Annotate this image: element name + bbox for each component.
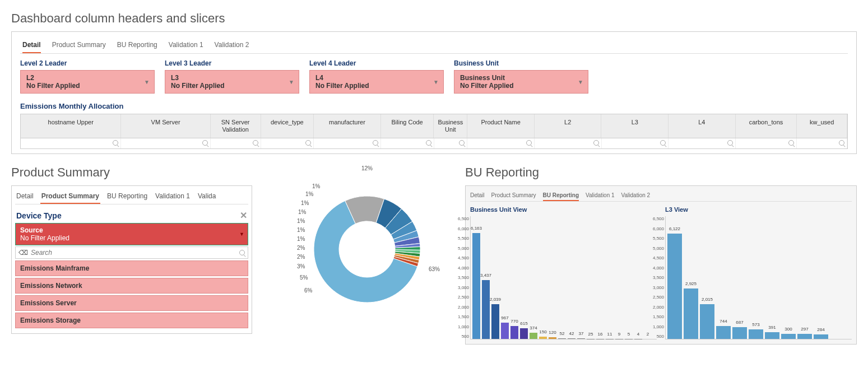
page-title: Dashboard column headers and slicers <box>11 11 857 26</box>
filter-cell[interactable] <box>21 138 121 148</box>
col-business-unit[interactable]: Business Unit <box>434 114 467 138</box>
l3-bar-chart: 6,5006,0005,5005,0004,5004,0003,5003,000… <box>665 216 852 339</box>
list-item[interactable]: Emissions Mainframe <box>15 260 248 276</box>
bar-value: 967 <box>501 315 508 320</box>
ps-tab-product-summary[interactable]: Product Summary <box>40 189 100 204</box>
bu-tabs: DetailProduct SummaryBU ReportingValidat… <box>470 190 852 202</box>
l3-chart-title: L3 View <box>665 206 852 213</box>
ps-tab-detail[interactable]: Detail <box>15 189 35 204</box>
bar-value: 374 <box>530 325 537 331</box>
pct-label: 3% <box>297 263 305 269</box>
bar-value: 4 <box>637 332 639 337</box>
bar-value: 6,122 <box>669 226 680 231</box>
col-sn-server-validation[interactable]: SN Server Validation <box>211 114 261 138</box>
ps-tabs: DetailProduct SummaryBU ReportingValidat… <box>15 189 248 204</box>
filter-cell[interactable] <box>535 138 602 148</box>
bar: 284 <box>814 334 828 339</box>
source-line1: Source <box>20 226 243 234</box>
search-icon <box>305 140 311 146</box>
bar-value: 3,437 <box>480 273 491 278</box>
bu-tab-detail[interactable]: Detail <box>470 190 485 201</box>
list-item[interactable]: Emissions Network <box>15 278 248 294</box>
slicer-l4: Level 4 LeaderL4No Filter Applied▼ <box>309 59 444 94</box>
slicer-box[interactable]: L3No Filter Applied▼ <box>165 70 299 94</box>
filter-cell[interactable] <box>736 138 797 148</box>
filter-cell[interactable] <box>211 138 261 148</box>
filter-cell[interactable] <box>434 138 468 148</box>
col-manufacturer[interactable]: manufacturer <box>314 114 381 138</box>
pct-label: 6% <box>304 287 312 294</box>
filter-cell[interactable] <box>797 138 847 148</box>
tab-validation-2[interactable]: Validation 2 <box>215 38 249 53</box>
tab-detail[interactable]: Detail <box>22 38 41 53</box>
pct-label: 1% <box>297 218 305 224</box>
tab-validation-1[interactable]: Validation 1 <box>169 38 203 53</box>
slicer-box[interactable]: Business UnitNo Filter Applied▼ <box>454 70 588 94</box>
col-l4[interactable]: L4 <box>669 114 736 138</box>
bar-value: 2,925 <box>685 281 697 286</box>
bar: 2,015 <box>700 304 714 339</box>
slicer-row: Level 2 LeaderL2No Filter Applied▼Level … <box>20 59 848 94</box>
filter-clear-icon[interactable]: ⌫ <box>18 249 28 257</box>
bu-tab-product-summary[interactable]: Product Summary <box>491 190 536 201</box>
search-icon <box>727 140 733 146</box>
col-vm-server[interactable]: VM Server <box>121 114 210 138</box>
search-icon[interactable] <box>239 250 245 255</box>
col-biling-code[interactable]: Biling Code <box>381 114 434 138</box>
filter-cell[interactable] <box>602 138 669 148</box>
source-slicer[interactable]: Source No Filter Applied ▼ <box>15 223 248 245</box>
ps-tab-validation-1[interactable]: Validation 1 <box>154 189 191 204</box>
col-device_type[interactable]: device_type <box>261 114 314 138</box>
bu-panel: DetailProduct SummaryBU ReportingValidat… <box>465 185 857 345</box>
tab-product-summary[interactable]: Product Summary <box>52 38 106 53</box>
bar: 687 <box>732 327 747 339</box>
emissions-grid: hostname UpperVM ServerSN Server Validat… <box>20 114 848 149</box>
search-input[interactable] <box>31 249 239 257</box>
filter-cell[interactable] <box>381 138 434 148</box>
bu-tab-bu-reporting[interactable]: BU Reporting <box>543 190 579 201</box>
ps-title: Product Summary <box>11 165 252 180</box>
col-hostname-upper[interactable]: hostname Upper <box>21 114 121 138</box>
search-icon <box>839 140 844 146</box>
bu-tab-validation-1[interactable]: Validation 1 <box>586 190 615 201</box>
list-item[interactable]: Emissions Storage <box>15 313 248 328</box>
bar: 37 <box>577 338 585 339</box>
bar: 300 <box>781 334 796 339</box>
filter-cell[interactable] <box>314 138 381 148</box>
filter-cell[interactable] <box>669 138 736 148</box>
search-icon <box>660 140 666 146</box>
search-icon <box>113 140 118 146</box>
ps-panel: DetailProduct SummaryBU ReportingValidat… <box>11 185 252 334</box>
pct-label: 1% <box>298 209 306 215</box>
bar-value: 5 <box>628 332 630 337</box>
slicer-box[interactable]: L4No Filter Applied▼ <box>309 70 444 94</box>
ps-tab-bu-reporting[interactable]: BU Reporting <box>106 189 148 204</box>
filter-cell[interactable] <box>121 138 210 148</box>
filter-cell[interactable] <box>261 138 314 148</box>
source-line2: No Filter Applied <box>20 234 243 242</box>
col-l2[interactable]: L2 <box>535 114 602 138</box>
slicer-box[interactable]: L2No Filter Applied▼ <box>20 70 155 94</box>
bar: 25 <box>587 339 595 339</box>
ps-tab-valida[interactable]: Valida <box>197 189 217 204</box>
tab-bu-reporting[interactable]: BU Reporting <box>117 38 157 53</box>
filter-cell[interactable] <box>467 138 535 148</box>
bu-tab-validation-2[interactable]: Validation 2 <box>621 190 651 201</box>
chevron-down-icon: ▼ <box>433 79 439 85</box>
l3-chart-box: L3 View 6,5006,0005,5005,0004,5004,0003,… <box>665 206 852 339</box>
col-carbon_tons[interactable]: carbon_tons <box>736 114 797 138</box>
col-kw_used[interactable]: kw_used <box>797 114 847 138</box>
col-product-name[interactable]: Product Name <box>467 114 535 138</box>
chevron-down-icon: ▼ <box>289 79 294 85</box>
slicer-label: Business Unit <box>454 59 588 67</box>
list-item[interactable]: Emissions Server <box>15 295 248 311</box>
bar: 3,437 <box>482 280 490 339</box>
col-l3[interactable]: L3 <box>601 114 669 138</box>
search-icon <box>788 140 794 146</box>
close-icon[interactable]: ✕ <box>240 210 247 221</box>
slicer-label: Level 3 Leader <box>165 59 299 67</box>
bar: 2,925 <box>684 288 698 339</box>
bar: 120 <box>549 337 556 339</box>
bar: 2,039 <box>491 304 499 339</box>
chevron-down-icon: ▼ <box>578 79 583 85</box>
